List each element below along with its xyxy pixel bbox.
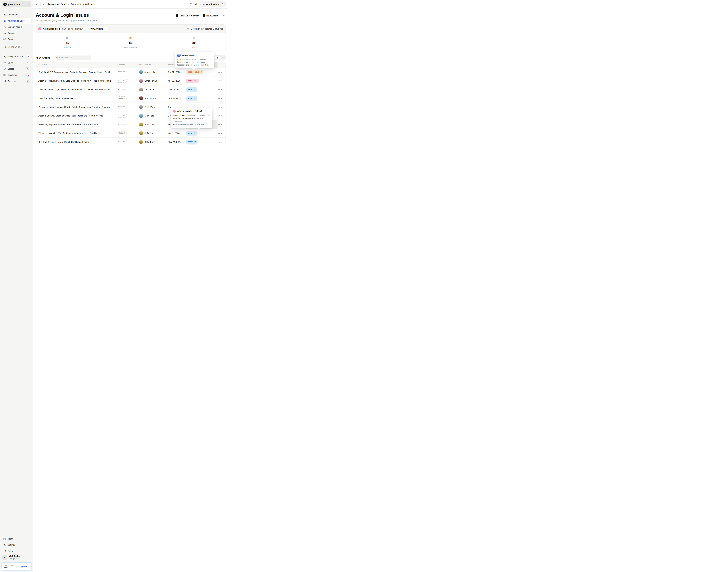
card-view-button[interactable] xyxy=(215,56,220,60)
table-row[interactable]: Still Stuck? Here's How to Reach Our Sup… xyxy=(36,137,226,146)
sidebar-item-label: Closed xyxy=(8,68,14,70)
column-header-headline: HEADLINE xyxy=(36,64,117,66)
collection-summary-card: ! Action Required 3 articles need review… xyxy=(36,24,226,53)
row-actions-button[interactable]: ●●● xyxy=(218,79,226,82)
sidebar-item-label: Contacts xyxy=(8,32,16,34)
count-badge: 2 xyxy=(26,55,30,58)
sidebar-item-knowledge-base[interactable]: Knowledge Base xyxy=(2,18,31,24)
category-tag: ACCOUNT xyxy=(117,96,127,100)
help-label: Help xyxy=(194,3,198,6)
search-box xyxy=(55,56,91,60)
layers-icon xyxy=(3,13,6,16)
category-tag: ACCOUNT xyxy=(117,70,127,74)
articles-filter-label: All 15 Articles xyxy=(36,57,50,59)
article-health-icon xyxy=(177,54,180,57)
author-name: Sofia Chen xyxy=(144,123,155,126)
table-row[interactable]: Troubleshooting Login Issues: A Comprehe… xyxy=(36,85,226,94)
back-arrow-icon[interactable] xyxy=(43,3,46,6)
new-sub-collection-button[interactable]: + New Sub Collection xyxy=(176,14,199,17)
stat-value: 15 xyxy=(66,41,69,45)
stat-needs-review: ?02Needs Review xyxy=(99,33,162,52)
sidebar-item-dashboard[interactable]: Dashboard xyxy=(2,12,31,18)
health-badge[interactable]: HEALTHY xyxy=(186,140,198,144)
table-row[interactable]: Account Recovery: Step-by-Step Guide to … xyxy=(36,76,226,85)
row-actions-button[interactable]: ●●● xyxy=(218,141,226,143)
row-actions-button[interactable]: ●●● xyxy=(218,132,226,134)
article-category-cell: ACCOUNT xyxy=(117,70,139,74)
book-icon xyxy=(3,19,6,22)
article-headline: Troubleshooting Common Login Issues xyxy=(36,97,117,99)
category-tag: ACCOUNT xyxy=(117,140,127,144)
plus-icon: + xyxy=(176,14,178,17)
svg-text:?: ? xyxy=(130,37,131,39)
page-header-text: Account & Login Issues Having trouble si… xyxy=(36,12,97,21)
author-name: Felix Wong xyxy=(144,106,155,108)
health-badge[interactable]: HEALTHY xyxy=(186,87,198,92)
health-badge[interactable]: HEALTHY xyxy=(186,131,198,135)
sidebar-item-archived[interactable]: Archived06 xyxy=(2,78,31,84)
row-actions-button[interactable]: ●●● xyxy=(218,97,226,99)
notifications-button[interactable]: Notifications 2 xyxy=(200,1,226,7)
sidebar-item-label: Escalated xyxy=(8,74,17,76)
table-row[interactable]: Troubleshooting Common Login IssuesACCOU… xyxy=(36,94,226,102)
sidebar-item-assigned-to-me[interactable]: Assigned To Me2 xyxy=(2,54,31,60)
avatar xyxy=(139,114,143,118)
article-created-date: Mar 9, 2026 xyxy=(168,132,186,134)
sidebar-item-escalated[interactable]: Escalated1 xyxy=(2,72,31,78)
row-actions-button[interactable]: ●●● xyxy=(218,71,226,73)
row-actions-button[interactable]: ●●● xyxy=(218,88,226,91)
row-actions-button[interactable]: ●●● xyxy=(218,123,226,126)
conversations-section-header[interactable]: CONVERSATIONS xyxy=(2,46,31,48)
stat-label: Needs Review xyxy=(124,46,137,48)
health-badge[interactable]: HEALTHY xyxy=(186,96,198,100)
sidebar-item-open[interactable]: Open10 xyxy=(2,60,31,66)
column-header-authored-by: AUTHORED BY xyxy=(139,64,168,66)
new-article-button[interactable]: + New Article xyxy=(203,14,218,17)
sidebar-item-label: Open xyxy=(8,62,13,64)
article-author: Nina Patel xyxy=(139,114,168,118)
page-title: Account & Login Issues xyxy=(36,12,97,18)
sidebar-item-contacts[interactable]: Contacts xyxy=(2,30,31,36)
row-actions-button[interactable]: ●●● xyxy=(218,106,226,108)
author-name: Jasper Lin xyxy=(144,88,154,91)
article-headline: Account Recovery: Step-by-Step Guide to … xyxy=(36,79,117,82)
article-health-cell: HEALTHY xyxy=(186,138,218,146)
page-subtitle: Having trouble signing in or accessing y… xyxy=(36,19,97,21)
stat-alert-icon: ! xyxy=(192,36,196,40)
health-badge[interactable]: CRITICAL xyxy=(186,79,199,83)
table-row[interactable]: Website Navigation: Tips for Finding Wha… xyxy=(36,129,226,137)
stat-label: Articles xyxy=(64,46,71,48)
article-created-date: Jan 15, 2026 xyxy=(168,71,186,73)
calendar-icon xyxy=(187,27,190,30)
article-headline: Resolving Payment Failures: Tips for Suc… xyxy=(36,123,117,126)
svg-text:!: ! xyxy=(194,37,194,39)
health-badge[interactable]: NEEDS REVIEW xyxy=(186,70,203,74)
sidebar-item-support-agents[interactable]: Support Agents xyxy=(2,24,31,30)
workspace-switcher[interactable]: groundzero xyxy=(2,1,31,7)
list-view-button[interactable] xyxy=(220,56,225,60)
user-plus-icon xyxy=(3,55,6,58)
table-row[interactable]: Can't Log In? A Comprehensive Guide to R… xyxy=(36,68,226,76)
sidebar-item-report[interactable]: Report xyxy=(2,36,31,42)
article-category-cell: ACCOUNT xyxy=(117,131,139,135)
more-options-button[interactable]: ●●● xyxy=(221,14,226,17)
article-author: Sofia Chen xyxy=(139,123,168,126)
users-icon xyxy=(3,25,6,28)
row-actions-button[interactable]: ●●● xyxy=(218,115,226,117)
tooltip-bullet: • Repeat tickets remain high at 76% xyxy=(173,123,210,126)
category-tag: ACCOUNT xyxy=(117,88,127,91)
count-badge: 403 xyxy=(25,67,30,70)
search-icon xyxy=(56,57,58,59)
articles-table: HEADLINECATEGORYAUTHORED BYCREATEDHEALTH… xyxy=(36,62,226,146)
help-button[interactable]: Help xyxy=(190,3,198,6)
sidebar-item-label: Dashboard xyxy=(8,13,18,16)
search-input[interactable] xyxy=(59,57,89,59)
collapse-sidebar-icon[interactable] xyxy=(36,3,39,6)
stat-articles: 15Articles xyxy=(36,33,99,52)
article-author: Sofia Chen xyxy=(139,131,168,135)
article-created-date: May 24, 2026 xyxy=(168,141,186,143)
sidebar-item-closed[interactable]: Closed403 xyxy=(2,66,31,72)
article-headline: Website Navigation: Tips for Finding Wha… xyxy=(36,132,117,134)
review-articles-button[interactable]: Review Articles xyxy=(86,26,108,31)
breadcrumb-parent[interactable]: Knowledge Base xyxy=(48,3,66,6)
